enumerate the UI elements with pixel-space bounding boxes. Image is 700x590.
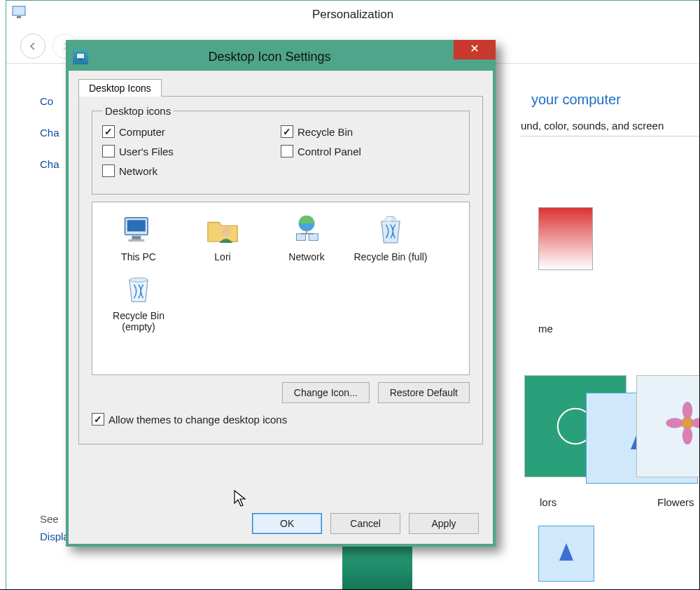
svg-point-3 (666, 418, 683, 428)
svg-rect-10 (132, 236, 141, 239)
recycle-bin-full-icon (372, 212, 409, 248)
checkbox-users-files[interactable]: User's Files (102, 145, 281, 157)
this-pc-icon (120, 212, 157, 248)
icon-item-lori[interactable]: Lori (181, 209, 265, 265)
checkbox-label-recycle-bin: Recycle Bin (298, 126, 353, 138)
svg-point-20 (130, 278, 148, 283)
checkbox-box-network (102, 164, 115, 177)
checkbox-label-users-files: User's Files (119, 146, 174, 157)
checkbox-recycle-bin[interactable]: ✓ Recycle Bin (281, 125, 459, 138)
svg-point-19 (391, 217, 395, 220)
svg-rect-21 (13, 6, 25, 15)
theme-label-lors: lors (540, 496, 556, 508)
svg-point-2 (682, 402, 692, 419)
user-folder-icon (204, 212, 241, 248)
checkbox-box-allow-themes: ✓ (92, 413, 104, 426)
cancel-button[interactable]: Cancel (330, 513, 400, 534)
restore-default-button[interactable]: Restore Default (378, 382, 470, 403)
icon-item-network[interactable]: Network (265, 209, 349, 265)
dialog-titlebar[interactable]: Desktop Icon Settings (69, 43, 493, 71)
theme-thumb-small[interactable] (538, 526, 594, 582)
recycle-bin-empty-icon (120, 271, 157, 307)
svg-rect-22 (17, 16, 21, 18)
svg-point-12 (221, 227, 230, 236)
close-icon (470, 43, 479, 56)
checkbox-label-computer: Computer (119, 126, 165, 138)
checkbox-box-users-files (102, 145, 115, 157)
desktop-icon-settings-dialog: Desktop Icon Settings Desktop Icons Desk… (66, 40, 496, 547)
svg-rect-6 (76, 53, 84, 59)
theme-label-flowers: Flowers (657, 496, 694, 508)
checkbox-computer[interactable]: ✓ Computer (102, 125, 281, 138)
checkbox-allow-themes[interactable]: ✓ Allow themes to change desktop icons (92, 413, 470, 426)
dialog-title: Desktop Icon Settings (88, 50, 493, 64)
icon-item-recycle-full[interactable]: Recycle Bin (full) (349, 209, 433, 265)
svg-point-18 (386, 218, 390, 222)
group-legend: Desktop icons (102, 105, 174, 117)
svg-point-5 (682, 427, 692, 444)
close-button[interactable] (454, 40, 496, 59)
tab-panel: Desktop icons ✓ Computer User's Files (78, 96, 483, 444)
theme-thumb-flowers[interactable] (636, 375, 700, 477)
checkbox-box-computer: ✓ (102, 125, 115, 138)
checkbox-label-control-panel: Control Panel (298, 146, 361, 157)
green-strip (342, 547, 412, 590)
ok-button[interactable]: OK (252, 513, 322, 534)
icon-item-recycle-empty[interactable]: Recycle Bin (empty) (97, 268, 181, 335)
svg-rect-7 (79, 59, 82, 60)
checkbox-label-network: Network (119, 165, 158, 177)
back-button[interactable] (20, 34, 46, 59)
svg-rect-14 (296, 234, 305, 241)
icon-preview-list[interactable]: This PC Lori Network (92, 202, 470, 375)
window-title: Personalization (6, 1, 699, 29)
icon-item-this-pc[interactable]: This PC (97, 209, 181, 265)
icon-label: Recycle Bin (empty) (97, 310, 181, 332)
system-icon (11, 4, 28, 23)
icon-label: Network (265, 251, 349, 262)
network-icon (288, 212, 325, 248)
svg-rect-11 (128, 239, 144, 241)
change-icon-button[interactable]: Change Icon... (282, 382, 370, 403)
window-title-text: Personalization (312, 8, 393, 22)
theme-label-me: me (538, 323, 553, 335)
checkbox-control-panel[interactable]: Control Panel (281, 145, 459, 157)
dialog-button-row: OK Cancel Apply (246, 513, 479, 534)
icon-label: Lori (181, 251, 265, 262)
theme-thumb-1[interactable] (538, 207, 593, 270)
dialog-title-icon (73, 49, 88, 64)
right-subtext: und, color, sounds, and screen (521, 120, 700, 136)
checkbox-network[interactable]: Network (102, 164, 281, 177)
svg-rect-9 (127, 220, 146, 231)
right-heading: your computer (531, 92, 621, 108)
tab-desktop-icons[interactable]: Desktop Icons (78, 79, 162, 97)
apply-button[interactable]: Apply (409, 513, 479, 534)
checkbox-box-control-panel (281, 145, 293, 157)
checkbox-label-allow-themes: Allow themes to change desktop icons (108, 414, 287, 426)
icon-label: Recycle Bin (full) (349, 251, 433, 262)
svg-rect-15 (309, 234, 318, 241)
icon-label: This PC (97, 251, 181, 262)
desktop-icons-group: Desktop icons ✓ Computer User's Files (92, 105, 470, 195)
checkbox-box-recycle-bin: ✓ (281, 125, 293, 138)
